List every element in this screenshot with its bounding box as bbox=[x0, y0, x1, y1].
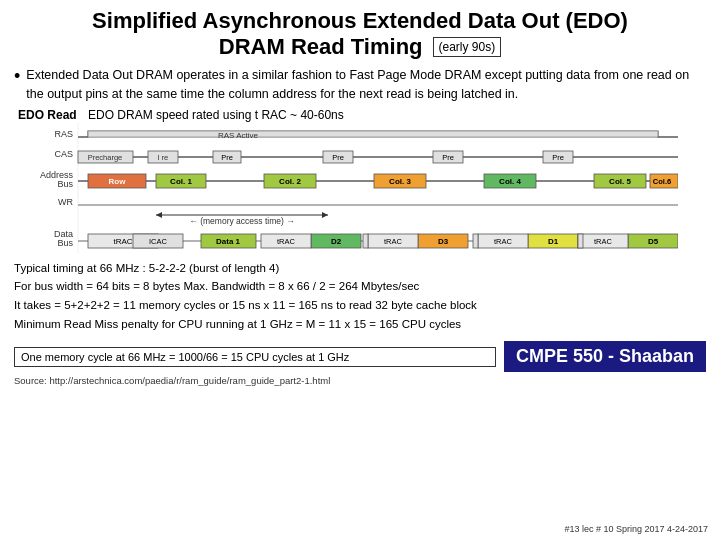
bullet-icon: • bbox=[14, 67, 20, 85]
svg-text:← (memory access time) →: ← (memory access time) → bbox=[189, 216, 294, 226]
svg-text:tRAC: tRAC bbox=[384, 237, 403, 246]
svg-rect-83 bbox=[578, 234, 583, 248]
svg-text:D5: D5 bbox=[648, 237, 659, 246]
svg-text:tRAC: tRAC bbox=[277, 237, 296, 246]
timing-line1: Typical timing at 66 MHz : 5-2-2-2 (burs… bbox=[14, 259, 706, 278]
svg-marker-53 bbox=[156, 212, 162, 218]
svg-text:Col. 2: Col. 2 bbox=[279, 177, 301, 186]
svg-text:D2: D2 bbox=[331, 237, 342, 246]
bottom-row: One memory cycle at 66 MHz = 1000/66 = 1… bbox=[14, 341, 706, 372]
timing-svg: RAS RAS Active CAS Precharge l re Pre Pr… bbox=[18, 123, 678, 253]
timing-line3: It takes = 5+2+2+2 = 11 memory cycles or… bbox=[14, 296, 706, 315]
svg-text:WR: WR bbox=[58, 197, 73, 207]
svg-marker-54 bbox=[322, 212, 328, 218]
svg-text:tRAC: tRAC bbox=[113, 237, 132, 246]
svg-rect-3 bbox=[88, 131, 658, 137]
one-cycle-box: One memory cycle at 66 MHz = 1000/66 = 1… bbox=[14, 347, 496, 367]
svg-text:Col. 3: Col. 3 bbox=[389, 177, 411, 186]
svg-text:D1: D1 bbox=[548, 237, 559, 246]
svg-text:Col. 5: Col. 5 bbox=[609, 177, 631, 186]
svg-text:Col. 1: Col. 1 bbox=[170, 177, 192, 186]
source-label: Source: bbox=[14, 375, 47, 386]
source-url: http://arstechnica.com/paedia/r/ram_guid… bbox=[49, 375, 330, 386]
title-section: Simplified Asynchronous Extended Data Ou… bbox=[14, 8, 706, 60]
svg-rect-82 bbox=[473, 234, 478, 248]
svg-text:Pre: Pre bbox=[442, 152, 454, 161]
svg-text:RAS: RAS bbox=[54, 129, 73, 139]
svg-text:Col. 4: Col. 4 bbox=[499, 177, 521, 186]
svg-text:D3: D3 bbox=[438, 237, 449, 246]
svg-text:tRAC: tRAC bbox=[594, 237, 613, 246]
svg-text:Pre: Pre bbox=[332, 152, 344, 161]
timing-info: Typical timing at 66 MHz : 5-2-2-2 (burs… bbox=[14, 259, 706, 335]
svg-text:tRAC: tRAC bbox=[494, 237, 513, 246]
source-line: Source: http://arstechnica.com/paedia/r/… bbox=[14, 375, 706, 386]
svg-text:ICAC: ICAC bbox=[149, 237, 168, 246]
svg-rect-81 bbox=[363, 234, 368, 248]
svg-text:l re: l re bbox=[158, 152, 168, 161]
svg-text:Data 1: Data 1 bbox=[216, 237, 241, 246]
sub-title: DRAM Read Timing bbox=[219, 34, 423, 60]
cmpe-box: CMPE 550 - Shaaban bbox=[504, 341, 706, 372]
svg-text:Precharge: Precharge bbox=[88, 152, 123, 161]
bullet-section: • Extended Data Out DRAM operates in a s… bbox=[14, 66, 706, 104]
svg-text:Bus: Bus bbox=[57, 179, 73, 189]
svg-text:Col.6: Col.6 bbox=[653, 177, 671, 186]
early-badge: (early 90s) bbox=[433, 37, 502, 57]
main-title: Simplified Asynchronous Extended Data Ou… bbox=[14, 8, 706, 34]
svg-text:Row: Row bbox=[109, 177, 127, 186]
svg-text:Pre: Pre bbox=[221, 152, 233, 161]
bullet-text: Extended Data Out DRAM operates in a sim… bbox=[26, 66, 706, 104]
timing-line4: Minimum Read Miss penalty for CPU runnin… bbox=[14, 315, 706, 334]
edo-speed-label: EDO DRAM speed rated using t RAC ~ 40-60… bbox=[88, 108, 344, 122]
svg-text:CAS: CAS bbox=[54, 149, 73, 159]
timing-diagram: RAS RAS Active CAS Precharge l re Pre Pr… bbox=[14, 123, 706, 256]
timing-line2: For bus width = 64 bits = 8 bytes Max. B… bbox=[14, 277, 706, 296]
svg-text:RAS Active: RAS Active bbox=[218, 130, 259, 139]
slide-number: #13 lec # 10 Spring 2017 4-24-2017 bbox=[564, 524, 708, 534]
svg-text:Pre: Pre bbox=[552, 152, 564, 161]
svg-text:Bus: Bus bbox=[57, 238, 73, 248]
edo-read-label: EDO Read bbox=[18, 108, 78, 122]
